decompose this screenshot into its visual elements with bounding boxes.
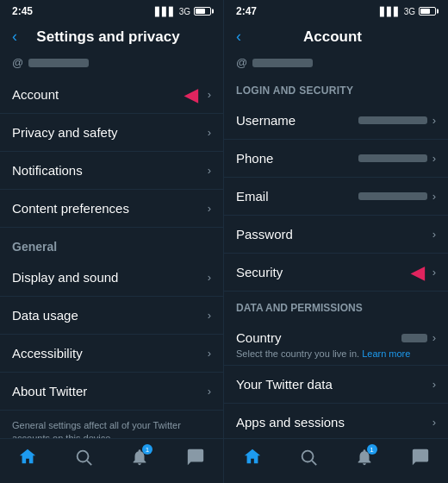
password-label: Password <box>236 227 432 242</box>
security-item[interactable]: Security › ◀ <box>224 254 448 292</box>
network-left: 3G <box>179 7 190 16</box>
accessibility-item[interactable]: Accessibility › <box>0 335 223 373</box>
login-section-label: Login and security <box>224 76 448 102</box>
country-item[interactable]: Country › Select the country you live in… <box>224 319 448 366</box>
phone-value-blurred <box>358 154 427 162</box>
display-item[interactable]: Display and sound › <box>0 259 223 297</box>
email-chevron: › <box>432 190 436 203</box>
network-right: 3G <box>404 7 415 16</box>
account-label: Account <box>12 87 208 102</box>
battery-icon-left <box>194 7 211 16</box>
status-bar-left: 2:45 ▋▋▋ 3G <box>0 0 223 21</box>
at-sign-right: @ <box>236 56 247 69</box>
status-icons-left: ▋▋▋ 3G <box>155 7 211 16</box>
password-item[interactable]: Password › <box>224 216 448 254</box>
signal-icon-left: ▋▋▋ <box>155 7 176 16</box>
right-scroll-area: Login and security Username › Phone › Em… <box>224 76 448 438</box>
page-title-left: Settings and privacy <box>26 28 190 46</box>
nav-notifications-left[interactable]: 1 <box>130 448 149 471</box>
username-item-label: Username <box>236 113 358 128</box>
apps-label: Apps and sessions <box>236 415 432 430</box>
data-section-label: Data and permissions <box>224 292 448 319</box>
svg-point-2 <box>302 451 313 462</box>
account-chevron: › <box>208 88 211 101</box>
about-chevron: › <box>208 385 211 398</box>
red-arrow-account: ◀ <box>184 85 197 105</box>
privacy-chevron: › <box>208 126 211 139</box>
content-item[interactable]: Content preferences › <box>0 190 223 228</box>
phone-label: Phone <box>236 151 358 166</box>
phone-item[interactable]: Phone › <box>224 140 448 178</box>
left-panel: 2:45 ▋▋▋ 3G ‹ Settings and privacy @ Acc… <box>0 0 224 483</box>
at-sign-left: @ <box>12 56 23 69</box>
back-button-right[interactable]: ‹ <box>236 28 241 46</box>
about-label: About Twitter <box>12 384 208 398</box>
about-item[interactable]: About Twitter › <box>0 373 223 411</box>
page-title-right: Account <box>250 28 415 46</box>
username-item[interactable]: Username › <box>224 102 448 140</box>
nav-messages-left[interactable] <box>186 448 205 471</box>
left-scroll-area: @ Account › ◀ Privacy and safety › Notif… <box>0 53 223 438</box>
country-chevron: › <box>432 331 436 344</box>
security-label: Security <box>236 265 432 279</box>
twitter-data-item[interactable]: Your Twitter data › <box>224 366 448 404</box>
username-value-blurred <box>358 116 427 124</box>
email-item[interactable]: Email › <box>224 178 448 216</box>
nav-notifications-right[interactable]: 1 <box>355 448 374 471</box>
time-right: 2:47 <box>236 5 257 17</box>
email-value-blurred <box>358 192 427 200</box>
header-right: ‹ Account <box>224 21 448 53</box>
content-chevron: › <box>208 202 211 215</box>
red-arrow-security: ◀ <box>411 262 424 283</box>
account-item[interactable]: Account › ◀ <box>0 76 223 114</box>
svg-line-3 <box>312 461 316 465</box>
privacy-label: Privacy and safety <box>12 125 208 140</box>
display-label: Display and sound <box>12 270 208 285</box>
nav-search-right[interactable] <box>299 448 318 471</box>
password-chevron: › <box>432 228 436 241</box>
username-row-left: @ <box>0 53 223 76</box>
status-icons-right: ▋▋▋ 3G <box>380 7 436 16</box>
nav-home-left[interactable] <box>18 448 37 471</box>
battery-icon-right <box>419 7 436 16</box>
general-header: General <box>0 228 223 259</box>
notif-badge-right: 1 <box>367 444 377 455</box>
back-button-left[interactable]: ‹ <box>12 28 17 46</box>
svg-line-1 <box>87 461 91 465</box>
content-label: Content preferences <box>12 201 208 216</box>
nav-search-left[interactable] <box>74 448 93 471</box>
email-label: Email <box>236 189 358 204</box>
privacy-item[interactable]: Privacy and safety › <box>0 114 223 152</box>
footnote-left: General settings affect all of your Twit… <box>0 411 223 438</box>
data-usage-chevron: › <box>208 309 211 322</box>
status-bar-right: 2:47 ▋▋▋ 3G <box>224 0 448 21</box>
data-usage-label: Data usage <box>12 308 208 323</box>
bottom-nav-right: 1 <box>224 438 448 483</box>
username-item-chevron: › <box>432 114 436 127</box>
notifications-item[interactable]: Notifications › <box>0 152 223 190</box>
header-left: ‹ Settings and privacy <box>0 21 223 53</box>
phone-chevron: › <box>432 152 436 165</box>
apps-item[interactable]: Apps and sessions › <box>224 404 448 438</box>
username-blurred-left <box>28 59 89 67</box>
country-value-blurred <box>401 334 427 342</box>
accessibility-label: Accessibility <box>12 346 208 361</box>
username-blurred-right <box>252 59 313 67</box>
security-chevron: › <box>432 266 436 279</box>
twitter-data-label: Your Twitter data <box>236 377 432 392</box>
nav-messages-right[interactable] <box>411 448 430 471</box>
nav-home-right[interactable] <box>243 448 262 471</box>
bottom-nav-left: 1 <box>0 438 223 483</box>
learn-more-link[interactable]: Learn more <box>362 348 410 359</box>
notif-badge-left: 1 <box>142 444 152 455</box>
data-usage-item[interactable]: Data usage › <box>0 297 223 335</box>
time-left: 2:45 <box>12 5 33 17</box>
right-panel: 2:47 ▋▋▋ 3G ‹ Account @ Login and securi… <box>224 0 448 483</box>
signal-icon-right: ▋▋▋ <box>380 7 401 16</box>
username-row-right: @ <box>224 53 448 76</box>
twitter-data-chevron: › <box>432 378 436 391</box>
accessibility-chevron: › <box>208 347 211 360</box>
notifications-label: Notifications <box>12 163 208 178</box>
apps-chevron: › <box>432 416 436 429</box>
country-label: Country <box>236 330 401 345</box>
